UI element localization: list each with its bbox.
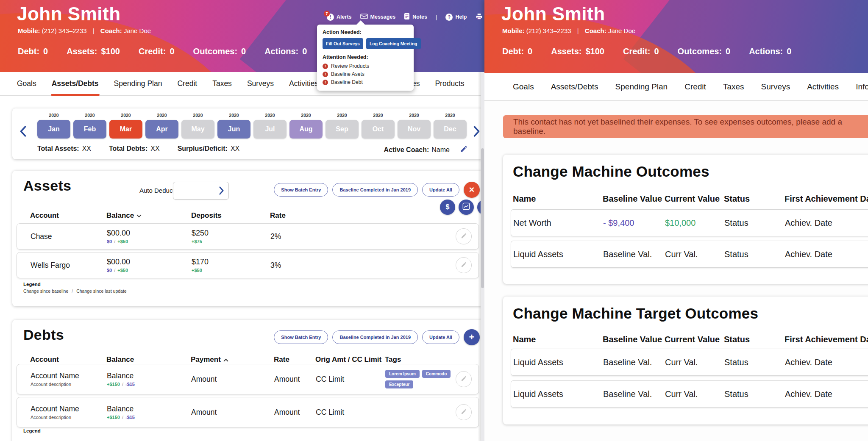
month-mar-selected[interactable]: Mar [109,120,142,139]
warning-icon: ! [323,64,328,69]
pencil-icon [461,261,467,269]
edit-coach-button[interactable] [460,145,468,155]
stat-actions: Actions:0 [264,47,307,56]
column-balance[interactable]: Balance [106,355,191,364]
auto-deduct-input[interactable] [173,182,229,200]
update-all-button[interactable]: Update All [422,330,459,344]
rate-cell: Amount [274,375,316,384]
column-deposits[interactable]: Deposits [191,211,270,220]
month-feb[interactable]: Feb [73,120,106,139]
alerts-popup: Action Needed: Fill Out Surveys Log Coac… [317,25,414,91]
tab-products[interactable]: Products [435,72,464,95]
month-jan[interactable]: Jan [37,120,70,139]
column-rate[interactable]: Rate [270,211,483,220]
tab-spending-plan[interactable]: Spending Plan [615,73,668,100]
contact-separator: | [93,27,95,34]
tab-activities[interactable]: Activities [807,73,839,100]
tab-assets-debts[interactable]: Assets/Debts [52,72,99,95]
tab-assets-debts[interactable]: Assets/Debts [551,73,598,100]
chart-icon [462,202,470,212]
tab-spending-plan[interactable]: Spending Plan [114,72,162,95]
edit-row-button[interactable] [456,371,472,387]
tab-goals[interactable]: Goals [513,73,534,100]
column-balance[interactable]: Balance [106,211,191,220]
change-since-update: -$15 [125,415,135,420]
alerts-button[interactable]: !7 Alerts [327,14,351,21]
close-button[interactable]: × [464,182,480,198]
attention-item-baseline-assets[interactable]: !Baseline Asets [323,71,408,77]
outcome-name: Net Worth [513,218,603,228]
tab-goals[interactable]: Goals [17,72,36,95]
printer-icon [476,13,483,21]
coach-value: Jane Doe [608,27,635,34]
client-name: John Smith [501,3,605,25]
month-aug[interactable]: Aug [289,120,323,139]
column-account[interactable]: Account [30,211,106,220]
column-account[interactable]: Account [30,355,106,364]
account-name: Wells Fargo [31,261,107,270]
previous-months-button[interactable] [19,125,27,139]
month-sep[interactable]: Sep [326,120,359,139]
month-dec[interactable]: Dec [434,120,467,139]
tab-credit[interactable]: Credit [684,73,706,100]
tab-taxes[interactable]: Taxes [212,72,232,95]
month-nov[interactable]: Nov [398,120,431,139]
edit-row-button[interactable] [456,257,472,273]
month-jul[interactable]: Jul [253,120,287,139]
column-rate[interactable]: Rate [274,355,315,364]
plus-icon: + [469,332,475,343]
tab-credit[interactable]: Credit [177,72,197,95]
tab-activities[interactable]: Activities [289,72,318,95]
debts-section: Debts Show Batch Entry Baseline Complete… [12,320,483,441]
edit-row-button[interactable] [456,404,472,420]
tab-surveys[interactable]: Surveys [247,72,274,95]
baseline-warning-banner: This contact has not yet baselined their… [503,115,868,138]
tab-surveys[interactable]: Surveys [761,73,790,100]
add-debt-button[interactable]: + [464,329,480,345]
show-batch-entry-button[interactable]: Show Batch Entry [274,183,328,197]
coach-value: Jane Doe [124,27,151,34]
show-batch-entry-button[interactable]: Show Batch Entry [274,330,328,344]
achievement-date: Achiev. Date [785,250,868,259]
log-coaching-meeting-button[interactable]: Log Coaching Meeting [366,38,421,49]
account-cell: Account Name Account description [31,405,107,420]
month-oct[interactable]: Oct [362,120,395,139]
stat-credit: Credit:0 [623,47,659,56]
vertical-scrollbar[interactable] [481,72,484,441]
attention-item-review-products[interactable]: !Review Products [323,63,408,69]
edit-row-button[interactable] [456,228,472,244]
attention-needed-title: Attention Needed: [323,54,408,60]
balance-cell: Balance +$150/-$15 [107,372,191,387]
tab-taxes[interactable]: Taxes [723,73,744,100]
stat-assets: Assets:$100 [67,47,120,56]
month-jun[interactable]: Jun [217,120,250,139]
column-payment[interactable]: Payment [191,355,274,364]
stat-debt: Debt:0 [18,47,48,56]
active-coach: Active Coach:Name [384,145,468,155]
balance-cell: $00.00 $0/+$50 [107,258,192,273]
assets-legend: Legend Change since baseline/Change sinc… [23,282,127,294]
column-status: Status [724,335,785,344]
change-since-baseline: $0 [107,239,112,244]
attention-item-baseline-debt[interactable]: !Baseline Debt [323,79,408,85]
month-apr[interactable]: Apr [145,120,178,139]
messages-button[interactable]: Messages [360,13,396,21]
update-all-button[interactable]: Update All [422,183,459,197]
tags-cell: Lorem Ipsum Commodo Excepteur [385,370,457,388]
baseline-completed-button[interactable]: Baseline Completed in Jan 2019 [332,183,418,197]
column-current-value: Current Value [665,335,724,344]
help-button[interactable]: ? Help [445,14,467,21]
print-button[interactable]: Print [476,13,484,21]
baseline-completed-button[interactable]: Baseline Completed in Jan 2019 [332,330,418,344]
scrollbar-thumb[interactable] [481,148,484,288]
next-months-button[interactable] [473,125,481,139]
tab-information[interactable]: Information [856,73,868,100]
notes-button[interactable]: Notes [404,13,427,21]
month-may[interactable]: May [181,120,214,139]
column-tags[interactable]: Tags [385,355,483,364]
column-orig-cc-limit[interactable]: Orig Amt / CC Limit [315,355,385,364]
column-baseline-value: Baseline Value [603,194,665,204]
column-first-achievement-date: First Achievement Date [785,194,868,204]
payment-cell: Amount [191,375,274,384]
fill-out-surveys-button[interactable]: Fill Out Surveys [323,38,363,49]
